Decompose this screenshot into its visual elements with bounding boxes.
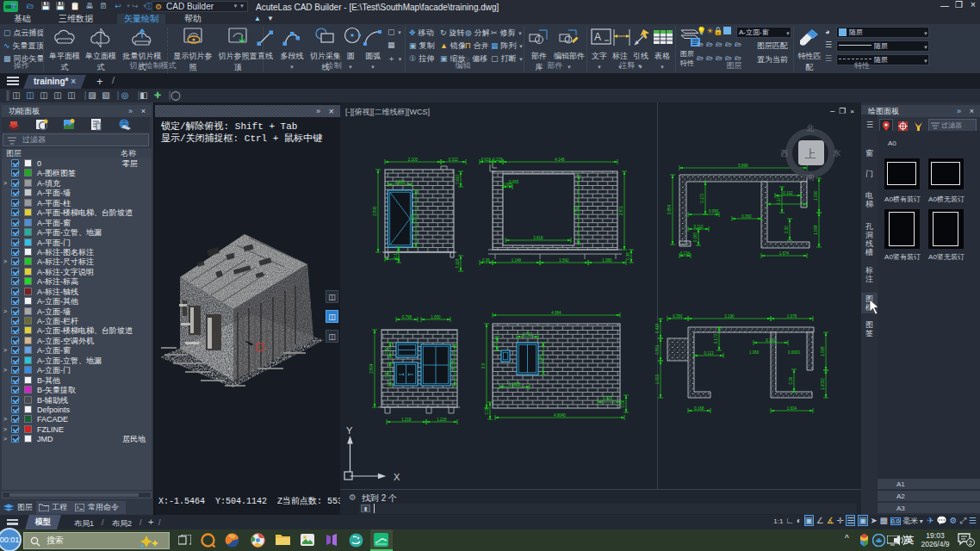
svg-text:0.908: 0.908	[395, 180, 406, 184]
svg-text:0.38: 0.38	[626, 252, 630, 260]
svg-text:1.060: 1.060	[814, 190, 818, 201]
svg-text:1.380: 1.380	[602, 258, 612, 263]
svg-text:3.190: 3.190	[724, 314, 735, 319]
svg-text:1.068: 1.068	[814, 225, 818, 235]
svg-text:0.30: 0.30	[785, 226, 789, 233]
svg-text:1.060: 1.060	[749, 350, 760, 355]
svg-text:4.984: 4.984	[551, 311, 561, 315]
svg-text:0.610: 0.610	[456, 174, 460, 184]
svg-text:0.36: 0.36	[485, 406, 489, 414]
svg-text:1.0002: 1.0002	[821, 378, 825, 390]
svg-text:0.618: 0.618	[481, 158, 492, 162]
svg-text:4.148: 4.148	[555, 158, 565, 162]
svg-text:0.110: 0.110	[694, 225, 704, 229]
svg-text:2.100: 2.100	[408, 158, 419, 162]
svg-text:0.81: 0.81	[385, 370, 389, 378]
svg-text:2.9: 2.9	[481, 362, 486, 368]
svg-text:0.19: 0.19	[394, 251, 398, 258]
svg-text:2.190: 2.190	[411, 214, 415, 224]
svg-text:0.0003: 0.0003	[788, 350, 800, 355]
svg-text:北: 北	[807, 124, 815, 133]
svg-text:1.218: 1.218	[401, 418, 412, 422]
svg-text:5.899: 5.899	[738, 164, 748, 168]
svg-text:0.113: 0.113	[704, 351, 714, 356]
svg-text:0.229: 0.229	[493, 158, 503, 162]
svg-text:1.002: 1.002	[655, 374, 660, 384]
svg-text:1.148: 1.148	[512, 258, 522, 263]
svg-text:0.350: 0.350	[673, 314, 683, 319]
svg-text:1.050: 1.050	[431, 315, 441, 319]
svg-text:2: 2	[969, 540, 972, 546]
svg-text:2.801: 2.801	[574, 205, 578, 215]
svg-text:1.26: 1.26	[538, 355, 543, 362]
svg-text:0.060: 0.060	[693, 232, 698, 242]
svg-text:0.712: 0.712	[523, 332, 533, 337]
svg-text:1.068: 1.068	[821, 346, 825, 356]
svg-text:Y: Y	[346, 425, 353, 436]
svg-text:0.551: 0.551	[655, 344, 660, 355]
svg-text:0.06: 0.06	[621, 399, 625, 407]
svg-text:0.134: 0.134	[680, 251, 691, 256]
svg-text:1.542: 1.542	[559, 258, 569, 263]
svg-text:0.060: 0.060	[741, 214, 752, 219]
svg-text:2.871: 2.871	[619, 205, 623, 215]
svg-text:0.173: 0.173	[714, 333, 718, 344]
svg-text:0.1025: 0.1025	[509, 382, 521, 387]
svg-text:0.418: 0.418	[655, 323, 660, 333]
svg-text:X: X	[394, 472, 400, 482]
svg-text:0.30: 0.30	[789, 376, 793, 384]
svg-text:西: 西	[781, 149, 789, 158]
svg-text:上: 上	[805, 147, 816, 160]
svg-text:0.090: 0.090	[709, 209, 719, 214]
svg-text:0.36: 0.36	[482, 258, 490, 263]
svg-text:1.674: 1.674	[779, 251, 790, 256]
svg-text:2.830: 2.830	[373, 206, 377, 216]
svg-text:1.634: 1.634	[787, 406, 797, 411]
svg-text:0.312: 0.312	[449, 158, 459, 162]
svg-text:0.170: 0.170	[700, 193, 704, 203]
svg-text:东: 东	[833, 149, 841, 158]
svg-text:0.118: 0.118	[456, 258, 460, 268]
svg-text:1.581: 1.581	[450, 360, 454, 370]
svg-text:1.218: 1.218	[437, 418, 447, 422]
svg-text:0.102: 0.102	[783, 191, 793, 195]
svg-text:A: A	[594, 31, 601, 43]
svg-text:0.102: 0.102	[766, 338, 776, 343]
svg-text:0.065: 0.065	[509, 180, 519, 184]
svg-text:1.678: 1.678	[787, 314, 797, 319]
svg-text:3.818: 3.818	[533, 236, 543, 240]
svg-text:0.798: 0.798	[402, 315, 412, 319]
svg-text:4.9640: 4.9640	[554, 413, 566, 418]
svg-text:南: 南	[807, 173, 815, 182]
svg-text:2.854: 2.854	[667, 204, 672, 214]
svg-text:0.2: 0.2	[492, 340, 496, 346]
svg-text:2.804: 2.804	[369, 363, 374, 374]
svg-text:0.50: 0.50	[385, 346, 389, 354]
svg-text:0.325: 0.325	[603, 396, 613, 400]
svg-text:0.168: 0.168	[694, 406, 704, 411]
